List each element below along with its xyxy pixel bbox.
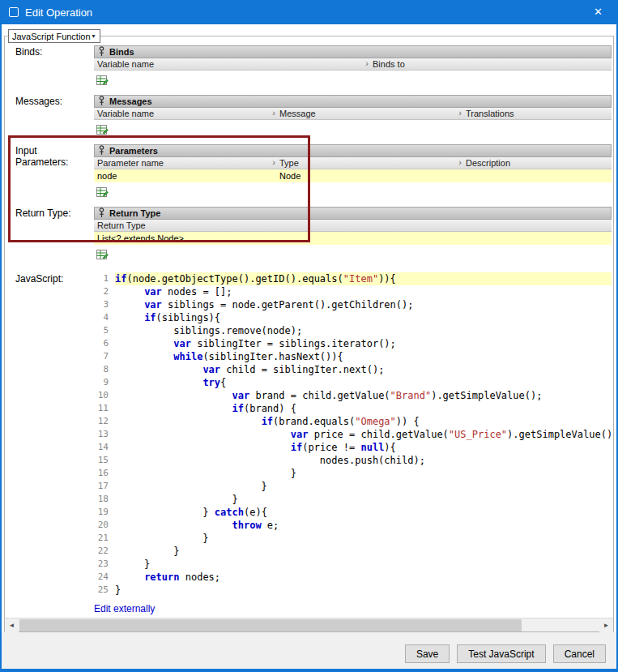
code-line[interactable]: 12 if(brand.equals("Omega")) {	[94, 415, 612, 428]
code-line[interactable]: 18 }	[94, 493, 612, 506]
code-line[interactable]: 25}	[94, 584, 612, 597]
plug-icon	[98, 145, 105, 157]
line-number: 24	[94, 571, 115, 584]
code-editor[interactable]: 1if(node.getObjectType().getID().equals(…	[94, 272, 612, 597]
code-line[interactable]: 2 var nodes = [];	[94, 285, 612, 298]
dialog-body: Binds: Binds Variable name › Binds to	[2, 24, 616, 669]
titlebar: Edit Operation ✕	[2, 0, 616, 24]
code-line[interactable]: 17 }	[94, 480, 612, 493]
function-type-value: JavaScript Function	[12, 32, 91, 41]
plug-icon	[98, 208, 105, 220]
code-line[interactable]: 21 }	[94, 532, 612, 545]
parameters-column-headers: Parameter name › Type › Description	[94, 157, 612, 169]
horizontal-scrollbar[interactable]: ◄ ►	[5, 618, 613, 631]
javascript-label: JavaScript:	[11, 272, 94, 597]
line-number: 12	[94, 415, 115, 428]
code-line-text: }	[115, 493, 612, 506]
column-header-translations[interactable]: Translations	[462, 108, 612, 119]
code-line-text: if(brand.equals("Omega")) {	[115, 415, 612, 428]
code-line[interactable]: 19 } catch(e){	[94, 506, 612, 519]
binds-label: Binds:	[11, 45, 94, 88]
close-button[interactable]: ✕	[580, 0, 616, 24]
code-line[interactable]: 20 throw e;	[94, 519, 612, 532]
code-line[interactable]: 24 return nodes;	[94, 571, 612, 584]
scrollbar-thumb[interactable]	[19, 619, 522, 631]
code-line[interactable]: 6 var siblingIter = siblings.iterator();	[94, 337, 612, 350]
return-type-row[interactable]: List<? extends Node>	[94, 232, 612, 245]
code-line-text: if(brand) {	[115, 402, 612, 415]
messages-table-header: Messages	[94, 95, 612, 108]
column-header-return-type[interactable]: Return Type	[94, 220, 612, 231]
messages-column-headers: Variable name › Message › Translations	[94, 108, 612, 120]
parameter-row[interactable]: node Node	[94, 169, 612, 182]
edit-externally-link[interactable]: Edit externally	[94, 603, 155, 614]
return-type-value-cell[interactable]: List<? extends Node>	[94, 232, 612, 245]
column-header-binds-to[interactable]: Binds to	[369, 58, 612, 70]
plug-icon	[98, 96, 105, 108]
column-separator-chevron-icon: ›	[458, 157, 462, 167]
column-header-description[interactable]: Description	[462, 157, 612, 169]
scroll-left-arrow-icon[interactable]: ◄	[5, 618, 19, 632]
code-line[interactable]: 13 var price = child.getValue("US_Price"…	[94, 428, 612, 441]
binds-edit-table-button[interactable]	[94, 74, 110, 88]
parameters-edit-table-button[interactable]	[94, 186, 110, 200]
line-number: 4	[94, 311, 115, 324]
code-line-text: var siblingIter = siblings.iterator();	[115, 337, 612, 350]
column-header-variable-name[interactable]: Variable name ›	[94, 108, 276, 119]
messages-label: Messages:	[11, 95, 94, 138]
code-line[interactable]: 15 nodes.push(child);	[94, 454, 612, 467]
return-type-label: Return Type:	[11, 207, 94, 263]
code-line[interactable]: 7 while(siblingIter.hasNext()){	[94, 350, 612, 363]
parameters-section: Input Parameters: Parameters Parameter n…	[11, 144, 612, 200]
dialog-button-bar: Save Test JavaScript Cancel	[2, 632, 616, 669]
line-number: 23	[94, 558, 115, 571]
code-line[interactable]: 5 siblings.remove(node);	[94, 324, 612, 337]
column-separator-chevron-icon: ›	[365, 58, 369, 68]
column-header-message[interactable]: Message ›	[276, 108, 462, 119]
return-type-header-text: Return Type	[109, 208, 160, 218]
line-number: 25	[94, 584, 115, 597]
code-line[interactable]: 10 var brand = child.getValue("Brand").g…	[94, 389, 612, 402]
column-header-label: Type	[279, 158, 299, 168]
line-number: 16	[94, 467, 115, 480]
code-line[interactable]: 9 try{	[94, 376, 612, 389]
line-number: 14	[94, 441, 115, 454]
code-line-text: var nodes = [];	[115, 285, 612, 298]
parameter-description-cell[interactable]	[462, 169, 612, 182]
return-type-table: Return Type Return Type List<? extends N…	[94, 207, 612, 263]
return-type-edit-table-button[interactable]	[94, 248, 110, 263]
code-line[interactable]: 1if(node.getObjectType().getID().equals(…	[94, 272, 612, 285]
code-line[interactable]: 14 if(price != null){	[94, 441, 612, 454]
save-button[interactable]: Save	[405, 644, 450, 663]
column-header-type[interactable]: Type ›	[276, 157, 462, 169]
code-line[interactable]: 16 }	[94, 467, 612, 480]
line-number: 13	[94, 428, 115, 441]
line-number: 2	[94, 285, 115, 298]
window-title: Edit Operation	[25, 6, 92, 19]
parameter-name-cell[interactable]: node	[94, 169, 276, 182]
binds-column-headers: Variable name › Binds to	[94, 58, 612, 71]
function-type-dropdown[interactable]: JavaScript Function ▼	[8, 29, 100, 43]
scroll-right-arrow-icon[interactable]: ►	[599, 618, 613, 632]
test-javascript-button[interactable]: Test JavaScript	[457, 644, 545, 663]
code-line[interactable]: 3 var siblings = node.getParent().getChi…	[94, 298, 612, 311]
column-header-parameter-name[interactable]: Parameter name ›	[94, 157, 276, 169]
parameter-type-cell[interactable]: Node	[276, 169, 462, 182]
code-line[interactable]: 22 }	[94, 545, 612, 558]
code-line-text: }	[115, 532, 612, 545]
column-header-label: Message	[279, 109, 316, 118]
code-line-text: try{	[115, 376, 612, 389]
column-header-label: Description	[466, 158, 510, 168]
line-number: 20	[94, 519, 115, 532]
code-line[interactable]: 23 }	[94, 558, 612, 571]
code-line[interactable]: 11 if(brand) {	[94, 402, 612, 415]
cancel-button[interactable]: Cancel	[553, 644, 606, 663]
plug-icon	[98, 46, 105, 58]
messages-edit-table-button[interactable]	[94, 123, 110, 138]
code-line-text: var price = child.getValue("US_Price").g…	[115, 428, 612, 441]
column-header-variable-name[interactable]: Variable name ›	[94, 58, 369, 70]
javascript-section: JavaScript: 1if(node.getObjectType().get…	[11, 272, 612, 597]
line-number: 5	[94, 324, 115, 337]
code-line[interactable]: 8 var child = siblingIter.next();	[94, 363, 612, 376]
code-line[interactable]: 4 if(siblings){	[94, 311, 612, 324]
